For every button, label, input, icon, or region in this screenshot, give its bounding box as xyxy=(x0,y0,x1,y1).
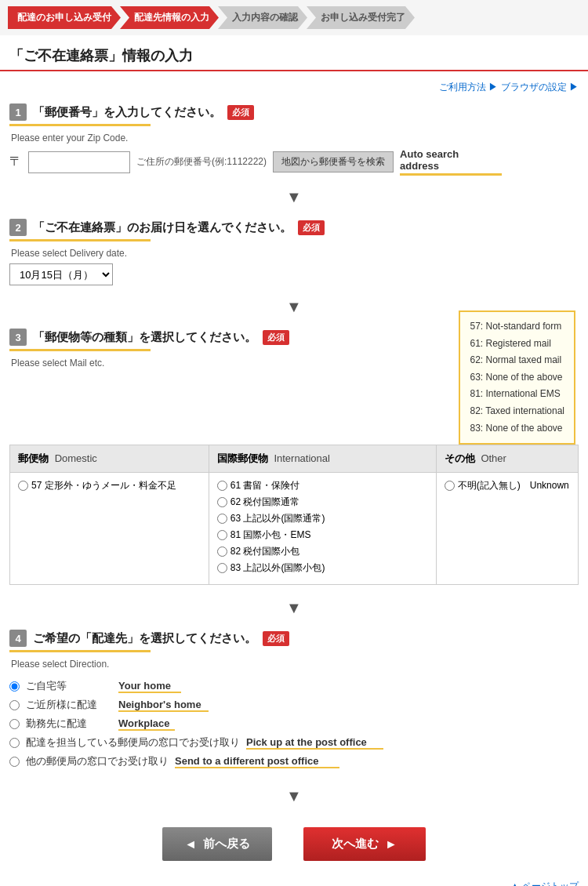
next-arrow-icon: ► xyxy=(385,837,397,852)
direction-en-5: Send to a different post office xyxy=(175,755,339,767)
section2-subtitle: Please select Delivery date. xyxy=(9,248,579,259)
label-82: 82 税付国際小包 xyxy=(230,545,300,558)
section-mail-type: 3 「郵便物等の種類」を選択してください。 必須 Please select M… xyxy=(0,322,588,593)
next-button[interactable]: 次へ進む ► xyxy=(303,827,426,861)
zip-row: 〒 ご住所の郵便番号(例:1112222) 地図から郵便番号を検索 Auto s… xyxy=(9,148,579,176)
radio-direction-2[interactable] xyxy=(9,700,20,710)
direction-en-1: Your home xyxy=(118,680,181,692)
intl-option-62: 62 税付国際通常 xyxy=(217,496,428,509)
section1-subtitle: Please enter your Zip Code. xyxy=(9,133,579,143)
mail-code-tooltip: 57: Not-standard form 61: Registered mai… xyxy=(459,310,575,445)
direction-option-4: 配達を担当している郵便局の窓口でお受け取り Pick up at the pos… xyxy=(9,735,579,750)
zip-symbol: 〒 xyxy=(9,154,22,170)
tooltip-line-4: 63: None of the above xyxy=(470,369,564,387)
direction-jp-1: ご自宅等 xyxy=(26,679,112,693)
direction-jp-3: 勤務先に配達 xyxy=(26,717,112,731)
direction-option-3: 勤務先に配達 Workplace xyxy=(9,717,579,731)
radio-direction-5[interactable] xyxy=(9,757,20,767)
radio-direction-3[interactable] xyxy=(9,719,20,729)
label-61: 61 書留・保険付 xyxy=(230,479,300,492)
intl-option-82: 82 税付国際小包 xyxy=(217,545,428,558)
direction-jp-5: 他の郵便局の窓口でお受け取り xyxy=(26,754,169,768)
radio-63[interactable] xyxy=(217,514,227,524)
next-button-label: 次へ進む xyxy=(332,837,379,852)
col-other-header: その他 Other xyxy=(436,445,578,473)
label-unknown: 不明(記入無し) Unknown xyxy=(458,479,569,492)
direction-option-5: 他の郵便局の窓口でお受け取り Send to a different post … xyxy=(9,754,579,768)
radio-81[interactable] xyxy=(217,530,227,540)
section2-title: 「ご不在連絡票」のお届け日を選んでください。 xyxy=(33,220,292,235)
page-top-anchor[interactable]: ▲ ページトップ xyxy=(510,881,579,886)
required-badge-2: 必須 xyxy=(298,220,325,235)
arrow-icon: ▶ xyxy=(488,82,500,93)
direction-en-4: Pick up at the post office xyxy=(246,736,383,748)
date-row: 10月15日（月） 10月16日（火） 10月17日（水） xyxy=(9,263,579,285)
page-top-link[interactable]: ▲ ページトップ xyxy=(0,877,588,886)
section-number-2: 2 xyxy=(9,219,27,236)
radio-61[interactable] xyxy=(217,481,227,491)
intl-option-63: 63 上記以外(国際通常) xyxy=(217,512,428,525)
tooltip-line-3: 62: Normal taxed mail xyxy=(470,352,564,369)
required-badge-3: 必須 xyxy=(263,330,289,345)
section4-title: ご希望の「配達先」を選択してください。 xyxy=(33,631,256,646)
direction-option-2: ご近所様に配達 Neighbor's home xyxy=(9,698,579,712)
domestic-options-cell: 57 定形外・ゆうメール・料金不足 xyxy=(10,473,209,585)
step-4: お申し込み受付完了 xyxy=(307,6,415,29)
intl-option-81: 81 国際小包・EMS xyxy=(217,528,428,542)
step-1: 配達のお申し込み受付 xyxy=(8,6,121,29)
direction-jp-4: 配達を担当している郵便局の窓口でお受け取り xyxy=(26,735,240,750)
divider-arrow-3: ▼ xyxy=(0,593,588,623)
direction-option-1: ご自宅等 Your home xyxy=(9,679,579,693)
browser-settings-link[interactable]: ブラウザの設定 xyxy=(501,82,567,93)
step-2: 配達先情報の入力 xyxy=(120,6,219,29)
auto-search-label: Auto search address xyxy=(400,148,502,176)
section-number-4: 4 xyxy=(9,630,27,647)
divider-arrow-4: ▼ xyxy=(0,781,588,812)
button-row: ◄ 前へ戻る 次へ進む ► xyxy=(0,812,588,877)
mail-type-table: 郵便物 Domestic 国際郵便物 International その他 Oth… xyxy=(9,445,579,585)
label-63: 63 上記以外(国際通常) xyxy=(230,512,325,525)
intl-options-cell: 61 書留・保険付 62 税付国際通常 63 上記以外(国際通常) 8 xyxy=(209,473,436,585)
radio-62[interactable] xyxy=(217,497,227,507)
section-number-3: 3 xyxy=(9,329,27,346)
radio-83[interactable] xyxy=(217,563,227,573)
direction-en-3: Workplace xyxy=(118,717,175,729)
radio-82[interactable] xyxy=(217,546,227,557)
intl-option-83: 83 上記以外(国際小包) xyxy=(217,561,428,575)
page-title: 「ご不在連絡票」情報の入力 xyxy=(0,35,588,71)
direction-options: ご自宅等 Your home ご近所様に配達 Neighbor's home 勤… xyxy=(9,674,579,778)
section3-title: 「郵便物等の種類」を選択してください。 xyxy=(33,330,256,345)
section-zip: 1 「郵便番号」を入力してください。 必須 Please enter your … xyxy=(0,97,588,182)
step-3: 入力内容の確認 xyxy=(218,6,307,29)
zip-input[interactable] xyxy=(28,151,130,173)
direction-jp-2: ご近所様に配達 xyxy=(26,698,112,712)
other-options-cell: 不明(記入無し) Unknown xyxy=(436,473,578,585)
label-57: 57 定形外・ゆうメール・料金不足 xyxy=(31,479,176,492)
intl-option-61: 61 書留・保険付 xyxy=(217,479,428,492)
tooltip-line-2: 61: Registered mail xyxy=(470,336,564,353)
tooltip-line-1: 57: Not-standard form xyxy=(470,318,564,336)
col-domestic-header: 郵便物 Domestic xyxy=(10,445,209,473)
label-62: 62 税付国際通常 xyxy=(230,496,300,509)
back-button[interactable]: ◄ 前へ戻る xyxy=(162,827,272,861)
required-badge-1: 必須 xyxy=(227,105,254,120)
zip-search-button[interactable]: 地図から郵便番号を検索 xyxy=(273,151,394,172)
col-intl-header: 国際郵便物 International xyxy=(209,445,436,473)
usage-link[interactable]: ご利用方法 xyxy=(439,82,486,93)
radio-direction-4[interactable] xyxy=(9,738,20,748)
radio-57[interactable] xyxy=(18,481,28,491)
tooltip-line-5: 81: International EMS xyxy=(470,386,564,403)
progress-bar: 配達のお申し込み受付 配達先情報の入力 入力内容の確認 お申し込み受付完了 xyxy=(0,0,588,35)
back-button-label: 前へ戻る xyxy=(203,837,250,852)
label-81: 81 国際小包・EMS xyxy=(230,528,311,542)
label-83: 83 上記以外(国際小包) xyxy=(230,561,325,575)
required-badge-4: 必須 xyxy=(263,631,289,646)
section-number-1: 1 xyxy=(9,103,27,121)
tooltip-line-6: 82: Taxed international xyxy=(470,403,564,420)
section-direction: 4 ご希望の「配達先」を選択してください。 必須 Please select D… xyxy=(0,623,588,781)
back-arrow-icon: ◄ xyxy=(184,837,197,852)
radio-unknown[interactable] xyxy=(445,481,455,491)
radio-direction-1[interactable] xyxy=(9,681,20,692)
zip-hint: ご住所の郵便番号(例:1112222) xyxy=(136,155,267,169)
date-select[interactable]: 10月15日（月） 10月16日（火） 10月17日（水） xyxy=(9,263,113,285)
